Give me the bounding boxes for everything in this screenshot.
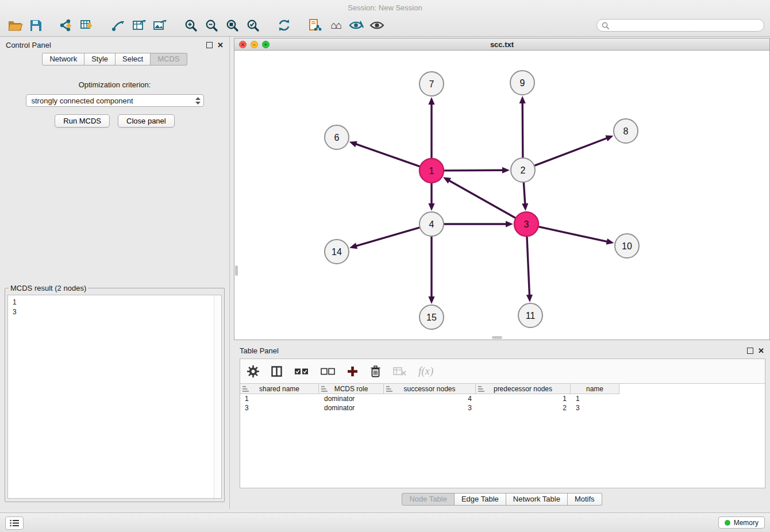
graph-node-8[interactable]: 8 [614,119,638,143]
graph-edge-arrow [606,238,614,245]
graph-node-label: 7 [429,79,434,89]
clone-network-button[interactable] [305,16,325,34]
graph-edge-2-8[interactable] [535,138,607,165]
control-panel-tabs: Network Style Select MCDS [0,53,229,65]
window-zoom-button[interactable]: + [262,41,270,48]
graph-edge-arrow [428,203,434,211]
graph-node-15[interactable]: 15 [419,305,444,329]
function-builder-button[interactable]: f(x) [418,365,433,377]
new-network-from-selection-button[interactable] [108,16,129,34]
graph-edge-4-14[interactable] [357,228,419,246]
graph-node-4[interactable]: 4 [419,212,444,236]
canvas-vertical-scrollbar[interactable] [235,265,238,276]
tab-mcds[interactable]: MCDS [151,53,187,65]
sort-icon [242,386,249,392]
graph-node-3[interactable]: 3 [514,212,538,236]
mcds-result-box[interactable]: 1 3 [7,295,222,499]
show-column-button[interactable] [271,366,282,377]
graph-node-6[interactable]: 6 [325,125,349,149]
column-header-mcds-role[interactable]: MCDS role [319,384,384,394]
zoom-selected-button[interactable] [242,16,263,34]
graph-edge-3-11[interactable] [527,237,529,295]
column-header-successor-nodes[interactable]: successor nodes [384,384,476,394]
unselect-all-columns-button[interactable] [321,368,335,375]
cell-name: 1 [571,394,620,403]
export-table-button[interactable] [129,16,149,34]
tab-motifs[interactable]: Motifs [568,493,602,506]
network-window-titlebar[interactable]: ✕ − + scc.txt [234,38,770,51]
import-network-button[interactable] [56,16,77,34]
control-panel-title: Control Panel [6,41,51,49]
graphics-details-button[interactable] [346,16,367,34]
tab-edge-table[interactable]: Edge Table [455,493,506,506]
close-panel-icon[interactable]: ✕ [217,41,224,49]
control-panel-header: Control Panel ✕ [0,37,229,53]
columns-icon [271,366,282,377]
save-session-button[interactable] [25,16,46,34]
close-panel-button[interactable]: Close panel [118,114,175,128]
graph-edge-1-2[interactable] [444,170,502,171]
search-input[interactable] [612,21,759,30]
graph-node-label: 3 [524,219,529,229]
graph-node-label: 15 [426,313,437,322]
graph-node-9[interactable]: 9 [510,71,534,95]
cell-predecessor-nodes: 2 [476,403,571,413]
float-panel-icon[interactable] [206,42,213,48]
show-hide-button[interactable] [367,16,387,34]
graph-edge-1-6[interactable] [356,144,419,167]
run-mcds-button[interactable]: Run MCDS [55,114,110,128]
table-panel-tabs: Node Table Edge Table Network Table Moti… [234,493,770,506]
graph-edge-2-3[interactable] [523,183,525,203]
graph-node-1[interactable]: 1 [419,159,444,183]
open-session-button[interactable] [5,16,25,34]
create-column-button[interactable] [347,366,358,377]
result-scrollbar[interactable] [214,295,221,498]
graph-node-10[interactable]: 10 [615,234,639,258]
column-header-predecessor-nodes[interactable]: predecessor nodes [476,384,571,394]
table-row[interactable]: 1 dominator 4 1 1 [240,394,765,403]
graph-node-11[interactable]: 11 [518,303,542,327]
zoom-in-button[interactable] [180,16,201,34]
dropdown-selected-value: strongly connected component [32,97,195,105]
graph-node-14[interactable]: 14 [325,240,349,264]
graph-node-label: 9 [520,78,525,88]
tab-network-table[interactable]: Network Table [506,493,568,506]
tab-select[interactable]: Select [116,53,151,65]
network-canvas[interactable]: 7968124314101511 [234,51,770,340]
tab-network[interactable]: Network [42,53,84,65]
export-image-button[interactable] [149,16,170,34]
table-settings-button[interactable] [247,365,259,377]
mcds-result-line: 3 [13,307,221,317]
column-header-name[interactable]: name [571,384,619,394]
window-close-button[interactable]: ✕ [239,41,247,48]
window-minimize-button[interactable]: − [251,41,258,48]
column-header-shared-name[interactable]: shared name [240,384,319,394]
delete-column-button[interactable] [370,365,381,377]
network-graph[interactable]: 7968124314101511 [234,51,769,340]
float-table-panel-icon[interactable] [747,348,753,354]
search-box[interactable] [596,19,764,32]
select-all-columns-button[interactable] [294,368,309,375]
graph-node-7[interactable]: 7 [419,72,444,96]
main-toolbar: ⌂⌂ [5,15,395,36]
import-table-button[interactable] [77,16,98,34]
optimization-criterion-select[interactable]: strongly connected component [26,94,204,107]
zoom-out-button[interactable] [201,16,222,34]
graph-edge-3-10[interactable] [538,227,606,242]
table-row[interactable]: 3 dominator 3 2 3 [240,403,765,413]
memory-button[interactable]: Memory [718,516,765,529]
apply-layout-button[interactable] [274,16,294,34]
close-table-panel-icon[interactable]: ✕ [758,347,764,354]
canvas-horizontal-scrollbar[interactable] [492,336,502,339]
graph-node-2[interactable]: 2 [511,158,535,182]
cell-successor-nodes: 3 [384,403,476,413]
tab-node-table[interactable]: Node Table [402,493,455,506]
delete-table-button[interactable] [393,367,406,376]
zoom-fit-button[interactable] [222,16,242,34]
column-label: predecessor nodes [494,385,552,393]
graph-edge-3-1[interactable] [449,181,515,218]
graph-edge-2-9[interactable] [522,103,523,157]
tab-style[interactable]: Style [84,53,116,65]
task-history-button[interactable] [5,516,24,530]
open-ndex-button[interactable]: ⌂⌂ [325,16,346,34]
